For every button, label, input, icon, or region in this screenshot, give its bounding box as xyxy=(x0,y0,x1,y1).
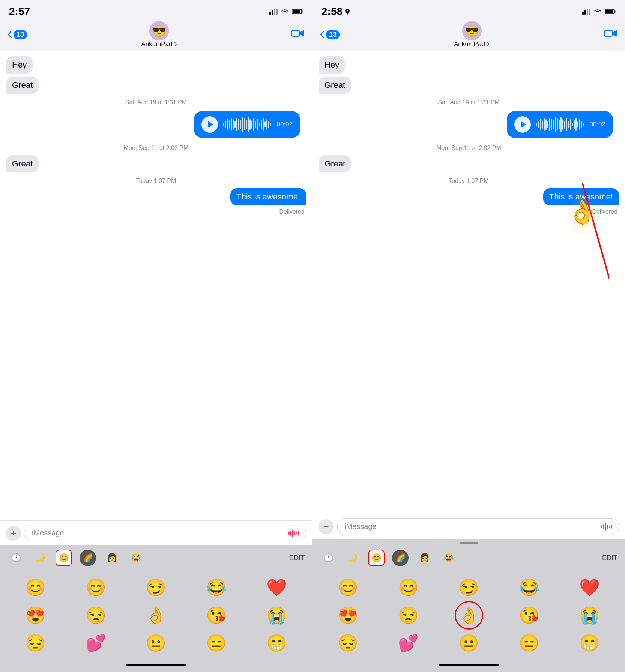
left-msg-awesome[interactable]: This is awesome! xyxy=(0,187,312,207)
right-emoji-tab-person[interactable]: 👩 xyxy=(416,550,433,566)
left-emoji-crycry[interactable]: 😭 xyxy=(247,602,306,628)
left-emoji-expressionless[interactable]: 😑 xyxy=(187,630,246,656)
svg-rect-23 xyxy=(601,525,602,528)
left-video-call-button[interactable] xyxy=(291,28,305,41)
right-message-input[interactable]: iMessage xyxy=(337,518,619,535)
right-location-icon xyxy=(345,8,350,15)
left-emoji-unamused[interactable]: 😒 xyxy=(66,602,125,628)
left-back-button[interactable]: 13 xyxy=(8,30,27,39)
left-audio-waveform xyxy=(223,117,271,132)
left-emoji-sparkleheart[interactable]: 💕 xyxy=(66,630,125,656)
svg-rect-15 xyxy=(582,12,584,15)
right-emoji-hearteyes[interactable]: 😍 xyxy=(319,602,377,628)
right-back-button[interactable]: 13 xyxy=(320,30,340,39)
left-emoji-tab-crescent[interactable]: 🌙 xyxy=(32,550,48,566)
right-emoji-pensive[interactable]: 😔 xyxy=(319,630,377,656)
right-bubble-great2: Great xyxy=(319,155,351,172)
right-emoji-heart[interactable]: ❤️ xyxy=(560,574,619,601)
right-emoji-unamused[interactable]: 😒 xyxy=(379,602,438,628)
right-emoji-neutral[interactable]: 😐 xyxy=(439,630,498,656)
right-wifi-icon xyxy=(593,9,602,15)
right-audio-bubble[interactable]: 00:02 xyxy=(507,111,613,138)
right-timestamp-2: Mon, Sep 11 at 2:02 PM xyxy=(312,141,625,154)
left-nav-center[interactable]: 😎 Ankur iPad xyxy=(141,21,177,48)
right-msg-great1[interactable]: Great xyxy=(312,75,625,95)
right-delivered-label: Delivered xyxy=(312,207,625,215)
left-msg-great1[interactable]: Great xyxy=(0,75,312,95)
right-video-icon xyxy=(604,28,617,38)
left-audio-play-button[interactable] xyxy=(201,116,218,133)
svg-rect-11 xyxy=(294,531,295,536)
left-bubble-awesome: This is awesome! xyxy=(230,188,306,206)
left-message-input[interactable]: iMessage xyxy=(25,525,306,542)
right-emoji-tab-smiley[interactable]: 😊 xyxy=(368,550,385,566)
right-signal-icon xyxy=(582,9,590,15)
left-emoji-edit-button[interactable]: EDIT xyxy=(289,554,305,562)
right-emoji-kiss[interactable]: 😘 xyxy=(500,602,559,628)
right-emoji-keyboard: 🕐 🌙 😊 🌈 👩 😂 EDIT 😊 😊 😏 😂 ❤️ 😍 😒 👌 😘 😭 � xyxy=(312,539,625,672)
left-emoji-tab-laugh[interactable]: 😂 xyxy=(128,550,144,566)
right-emoji-tab-crescent[interactable]: 🌙 xyxy=(344,550,361,566)
left-battery-icon xyxy=(292,9,303,15)
left-emoji-tab-colorball[interactable]: 🌈 xyxy=(80,550,96,566)
left-emoji-smirk[interactable]: 😏 xyxy=(127,574,186,601)
left-home-bar xyxy=(126,664,186,666)
left-emoji-kiss[interactable]: 😘 xyxy=(187,602,246,628)
svg-rect-28 xyxy=(611,525,612,529)
right-msg-awesome[interactable]: This is awesome! xyxy=(312,187,625,207)
left-emoji-tab-smiley[interactable]: 😊 xyxy=(56,550,72,566)
right-add-button[interactable]: + xyxy=(319,519,334,534)
right-emoji-expressionless[interactable]: 😑 xyxy=(500,630,559,656)
left-audio-duration: 00:02 xyxy=(276,121,293,128)
left-waveform-icon xyxy=(288,530,299,537)
right-input-area: + iMessage xyxy=(312,514,625,539)
right-back-badge: 13 xyxy=(326,30,340,39)
right-audio-play-button[interactable] xyxy=(514,116,531,133)
right-emoji-sparkleheart[interactable]: 💕 xyxy=(379,630,438,656)
left-emoji-smiling[interactable]: 😊 xyxy=(6,574,65,601)
right-status-time: 2:58 xyxy=(322,6,343,18)
right-name-chevron-icon xyxy=(487,42,490,47)
right-emoji-tab-laugh[interactable]: 😂 xyxy=(440,550,457,566)
right-emoji-ok[interactable]: 👌 xyxy=(439,602,498,628)
left-msg-great2[interactable]: Great xyxy=(0,154,312,174)
left-emoji-pensive[interactable]: 😔 xyxy=(6,630,65,656)
right-emoji-tab-recent[interactable]: 🕐 xyxy=(320,550,337,566)
left-emoji-tab-recent[interactable]: 🕐 xyxy=(8,550,24,566)
right-home-indicator xyxy=(312,660,625,672)
right-emoji-tab-colorball[interactable]: 🌈 xyxy=(392,550,409,566)
right-emoji-grin[interactable]: 😁 xyxy=(560,630,619,656)
left-emoji-neutral[interactable]: 😐 xyxy=(127,630,186,656)
right-msg-hey[interactable]: Hey xyxy=(312,55,625,75)
right-back-chevron-icon xyxy=(320,30,325,39)
svg-rect-17 xyxy=(587,9,588,15)
right-emoji-crycry[interactable]: 😭 xyxy=(560,602,619,628)
right-emoji-slight-smile[interactable]: 😊 xyxy=(379,574,438,601)
right-audio-waveform xyxy=(536,117,584,132)
left-emoji-tab-person[interactable]: 👩 xyxy=(104,550,120,566)
left-add-button[interactable]: + xyxy=(6,526,21,541)
svg-rect-7 xyxy=(291,30,300,36)
left-emoji-ok[interactable]: 👌 xyxy=(127,602,186,628)
right-timestamp-1: Sat, Aug 19 at 1:31 PM xyxy=(312,95,625,108)
left-emoji-slight-smile[interactable]: 😊 xyxy=(66,574,125,601)
svg-rect-2 xyxy=(274,9,275,15)
right-msg-great2[interactable]: Great xyxy=(312,154,625,174)
right-nav-center[interactable]: 😎 Ankur iPad xyxy=(454,21,490,48)
left-play-icon xyxy=(208,121,213,128)
left-emoji-laughcry[interactable]: 😂 xyxy=(187,574,246,601)
left-emoji-hearteyes[interactable]: 😍 xyxy=(6,602,65,628)
right-nav-bar: 13 😎 Ankur iPad xyxy=(312,20,625,51)
right-video-call-button[interactable] xyxy=(604,28,617,41)
right-emoji-laughcry[interactable]: 😂 xyxy=(500,574,559,601)
left-audio-bubble[interactable]: 00:02 xyxy=(194,111,300,138)
right-drag-bar xyxy=(460,542,478,544)
left-input-area: + iMessage xyxy=(0,520,312,545)
svg-rect-6 xyxy=(302,11,303,13)
left-msg-hey[interactable]: Hey xyxy=(0,55,312,75)
right-emoji-smiling[interactable]: 😊 xyxy=(319,574,377,601)
left-emoji-heart[interactable]: ❤️ xyxy=(247,574,306,601)
right-emoji-edit-button[interactable]: EDIT xyxy=(602,554,617,562)
left-emoji-grin[interactable]: 😁 xyxy=(247,630,306,656)
right-emoji-smirk[interactable]: 😏 xyxy=(439,574,498,601)
